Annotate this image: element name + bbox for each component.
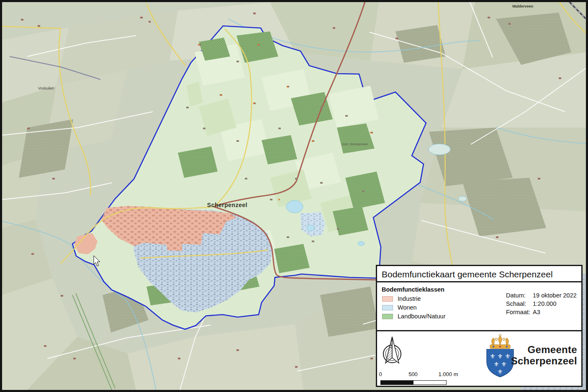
meta-value: 1:20.000 bbox=[533, 300, 556, 307]
svg-text:⚜: ⚜ bbox=[490, 353, 495, 360]
legend-item-label: Landbouw/Natuur bbox=[398, 313, 445, 320]
legend-panel: Bodemfunctiekaart gemeente Scherpenzeel … bbox=[376, 265, 583, 387]
legend-item-label: Wonen bbox=[398, 304, 417, 311]
meta-formaat: Formaat:A3 bbox=[506, 309, 577, 315]
legend-item-label: Industrie bbox=[398, 295, 421, 302]
meta-value: 19 oktober 2022 bbox=[533, 292, 577, 299]
map-metadata: Datum:19 oktober 2022 Schaal:1:20.000 Fo… bbox=[506, 290, 577, 315]
landbouw-natuur-swatch bbox=[382, 314, 393, 319]
north-arrow-icon bbox=[380, 334, 405, 372]
label-voskuilen: Voskuilen bbox=[38, 86, 54, 90]
label-scherpenzeel: Scherpenzeel bbox=[207, 202, 247, 208]
municipality-branding: Gemeente Scherpenzeel bbox=[511, 344, 577, 366]
scalebar-tick-500: 500 bbox=[408, 371, 418, 377]
scalebar-tick-0: 0 bbox=[379, 371, 382, 377]
svg-text:⚜: ⚜ bbox=[497, 368, 503, 376]
branding-line1: Gemeente bbox=[511, 344, 577, 355]
branding-line2: Scherpenzeel bbox=[511, 355, 577, 366]
map-title: Bodemfunctiekaart gemeente Scherpenzeel bbox=[377, 266, 581, 282]
scalebar bbox=[380, 380, 447, 385]
map-document: Scherpenzeel Gem. Scherpenzeel Voskuilen… bbox=[0, 0, 588, 392]
label-walderveen: Walderveen bbox=[512, 4, 533, 8]
meta-schaal: Schaal:1:20.000 bbox=[506, 300, 577, 307]
wonen-swatch bbox=[382, 305, 393, 310]
legend-section: Bodemfunctieklassen Industrie Wonen Land… bbox=[377, 286, 581, 331]
meta-value: A3 bbox=[533, 309, 540, 315]
meta-label: Formaat: bbox=[506, 309, 533, 315]
meta-label: Datum: bbox=[506, 292, 533, 299]
svg-text:⚜: ⚜ bbox=[505, 353, 510, 360]
label-gem-scherpenzeel: Gem. Scherpenzeel bbox=[342, 143, 368, 146]
meta-datum: Datum:19 oktober 2022 bbox=[506, 292, 577, 299]
meta-label: Schaal: bbox=[506, 300, 533, 307]
industrie-swatch bbox=[382, 296, 393, 302]
svg-text:⚜: ⚜ bbox=[493, 361, 499, 368]
scalebar-tick-1000: 1.000 m bbox=[439, 371, 458, 377]
panel-footer: 0 500 1.000 m bbox=[377, 331, 581, 389]
crown-icon bbox=[490, 335, 510, 349]
svg-text:⚜: ⚜ bbox=[497, 353, 503, 360]
svg-text:⚜: ⚜ bbox=[501, 361, 506, 368]
